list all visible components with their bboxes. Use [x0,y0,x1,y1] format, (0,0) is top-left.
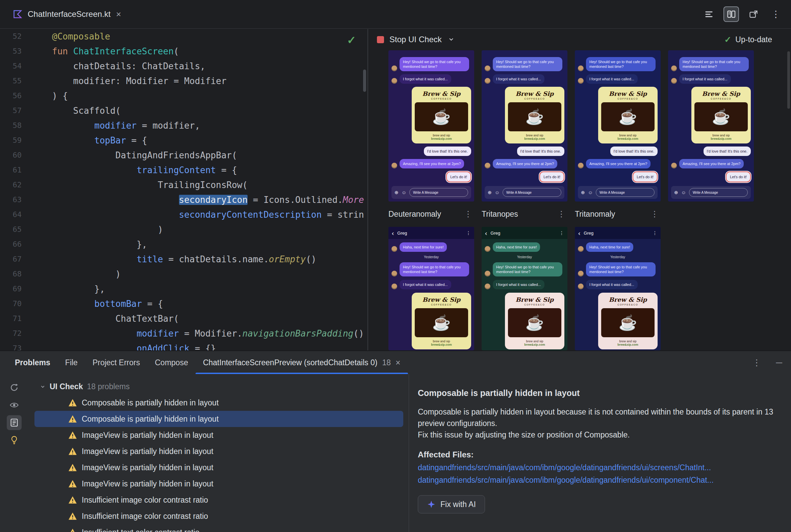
kotlin-file-icon [13,10,22,19]
problem-row[interactable]: ImageView is partially hidden in layout [34,427,403,443]
chat-title: Greg [491,231,500,235]
coffee-cup-icon: ☕ [415,102,468,131]
rerun-check-icon[interactable] [7,380,22,395]
avatar [485,163,491,168]
problem-row[interactable]: ImageView is partially hidden in layout [34,459,403,476]
preview-toolbar: Stop UI Check ✓ Up-to-date [368,29,791,50]
line-number: 58 [0,118,22,133]
card-line1: brew and sip [712,134,730,137]
write-message-field: Write A Message [502,188,561,197]
preview-phone[interactable]: ‹ Greg ⋮ Haha, next time for sure! Yeste… [388,227,474,350]
preview-phone[interactable]: ‹ Greg ⋮ Haha, next time for sure! Yeste… [482,227,567,350]
affected-file-link[interactable]: datingandfriends/src/main/java/com/ibm/g… [418,463,775,472]
warning-icon [68,447,77,455]
code-text: fun ChatInterfaceScreen( [52,44,179,59]
minimize-panel-icon[interactable]: ─ [776,358,782,368]
config-menu-icon[interactable]: ⋮ [464,209,474,219]
problem-row[interactable]: ImageView is partially hidden in layout [34,443,403,459]
warning-icon [68,431,77,439]
card-subtitle: COFFEE&CO [618,98,638,100]
config-menu-icon[interactable]: ⋮ [557,209,567,219]
close-tab-icon[interactable]: × [116,9,121,20]
chevron-down-icon[interactable] [448,36,455,43]
chat-bubble: Hey! Should we go to that cafe you menti… [586,262,656,277]
code-line: 56 ) { [0,89,367,103]
structure-view-icon[interactable] [701,6,717,22]
date-separator: Yesterday [485,255,564,259]
config-menu-icon[interactable]: ⋮ [650,209,661,219]
chat-bubble: Haha, next time for sure! [493,242,540,252]
panel-tab[interactable]: Problems [7,351,58,374]
preview-phone[interactable]: Hey! Should we go to that cafe you menti… [668,50,754,202]
problem-row[interactable]: Composable is partially hidden in layout [34,411,403,427]
titlebar-actions: ⋮ [701,6,784,22]
code-line: 58 modifier = modifier, [0,118,367,133]
code-line: 73 onAddClick = {} [0,341,367,350]
line-number: 63 [0,192,22,207]
code-text: ) [52,267,121,282]
preview-phone[interactable]: ‹ Greg ⋮ Haha, next time for sure! Yeste… [575,227,661,350]
chat-bubble: I forgot what it was called... [586,280,638,289]
problem-row[interactable]: Insufficient image color contrast ratio [34,492,403,508]
message-input-bar: ⊕ ☺ Write A Message [671,186,751,199]
chat-bubble: Amazing, I'll see you there at 2pm? [493,159,557,168]
fix-with-ai-button[interactable]: Fix with AI [418,495,485,513]
message-input-bar: ⊕ ☺ Write A Message [578,186,658,199]
preview-phone[interactable]: Hey! Should we go to that cafe you menti… [575,50,661,202]
panel-more-icon[interactable]: ⋮ [753,358,761,368]
editor-tab[interactable]: ChatInterfaceScreen.kt × [7,0,127,28]
code-text: trailingContent = { [52,163,237,177]
coffee-cup-icon: ☕ [694,102,748,131]
chat-title: Greg [584,231,593,235]
panel-tab[interactable]: Project Errors [85,351,148,374]
preview-scrollbar[interactable] [787,51,790,109]
avatar [391,271,397,277]
problem-text: Composable is partially hidden in layout [82,398,219,407]
detail-title: Composable is partially hidden in layout [418,388,775,398]
suggestion-bulb-icon[interactable] [7,433,22,448]
close-tab-icon[interactable]: × [396,358,401,367]
report-view-icon[interactable] [7,415,22,430]
card-link: brew&sip.com [618,343,638,346]
problem-row[interactable]: Insufficient image color contrast ratio [34,508,403,524]
config-name: Tritanomaly [575,210,615,219]
card-line1: brew and sip [433,340,450,343]
line-number: 53 [0,44,22,59]
tab-count: 18 [382,358,391,367]
affected-file-link[interactable]: datingandfriends/src/main/java/com/ibm/g… [418,476,775,484]
warning-icon [68,399,77,407]
avatar [578,163,584,168]
preview-phone[interactable]: Hey! Should we go to that cafe you menti… [482,50,567,202]
panel-tab[interactable]: ChatInterfaceScreenPreview (sortedChatDe… [196,351,408,374]
panel-tab[interactable]: Compose [147,351,195,374]
chat-bubble: Hey! Should we go to that cafe you menti… [493,57,562,71]
preview-eye-icon[interactable] [7,398,22,413]
problems-group-header[interactable]: UI Check 18 problems [29,378,409,395]
chat-bubble: I'd love that! It's this one. [424,147,471,156]
more-options-icon[interactable]: ⋮ [768,6,784,22]
preview-row-labels: Deuteranomaly ⋮ Tritanopes ⋮ Tritanomaly… [388,206,661,222]
problem-row[interactable]: Composable is partially hidden in layout [34,395,403,411]
titlebar: ChatInterfaceScreen.kt × ⋮ [0,0,791,29]
flagged-bubble: Let's do it! [539,171,564,182]
problem-row[interactable]: Insufficient text color contrast ratio [34,524,403,532]
chat-bubble: I forgot what it was called... [679,74,731,84]
problem-row[interactable]: ImageView is partially hidden in layout [34,476,403,492]
code-editor[interactable]: 52 @Composable 53 fun ChatInterfaceScree… [0,29,367,350]
card-line1: brew and sip [619,340,636,343]
avatar [391,246,397,252]
stop-ui-check-button[interactable]: Stop UI Check [377,35,442,44]
preview-layout-icon[interactable] [746,6,761,22]
coffee-cup-icon: ☕ [415,308,468,337]
line-number: 66 [0,237,22,252]
split-editor-icon[interactable] [723,6,739,22]
panel-tab[interactable]: File [58,351,85,374]
config-name: Deuteranomaly [388,210,441,219]
chat-bubble: Hey! Should we go to that cafe you menti… [400,57,469,71]
editor-scrollbar[interactable] [363,70,366,92]
problems-list: UI Check 18 problems Composable is parti… [29,374,409,532]
code-line: 72 modifier = Modifier.navigationBarsPad… [0,326,367,341]
preview-phone[interactable]: Hey! Should we go to that cafe you menti… [388,50,474,202]
problem-text: ImageView is partially hidden in layout [82,463,214,472]
inspections-ok-icon[interactable]: ✓ [347,34,356,46]
